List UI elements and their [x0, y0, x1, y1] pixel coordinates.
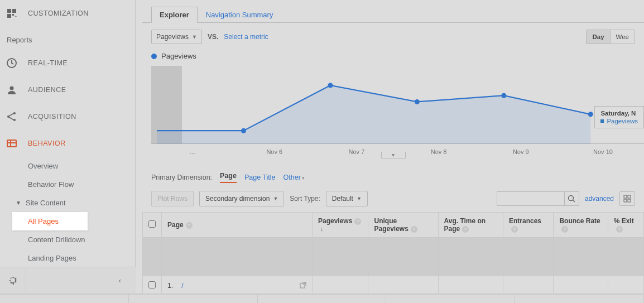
nav-audience[interactable]: AUDIENCE [0, 76, 135, 103]
sub-behavior-flow[interactable]: Behavior Flow [28, 175, 135, 194]
x-axis-label: Nov 8 [398, 148, 480, 155]
dashboard-icon: + [6, 7, 18, 20]
chart-controls: Pageviews ▼ VS. Select a metric Day Wee [142, 23, 644, 51]
collapse-sidebar-button[interactable]: ‹ [112, 276, 128, 285]
grid-icon [623, 195, 631, 203]
behavior-submenu: Overview Behavior Flow [0, 157, 135, 194]
svg-point-17 [501, 93, 506, 98]
header-bounce-rate[interactable]: Bounce Rate? [554, 213, 608, 238]
legend-label: Pageviews [161, 52, 196, 60]
nav-customization[interactable]: + CUSTOMIZATION [0, 0, 135, 27]
secondary-dimension-dropdown[interactable]: Secondary dimension ▼ [199, 191, 284, 206]
help-icon: ? [411, 226, 417, 233]
dimension-other[interactable]: Other [283, 174, 305, 181]
svg-point-19 [569, 196, 574, 201]
svg-rect-1 [12, 9, 16, 13]
help-icon: ? [561, 226, 568, 233]
select-all-checkbox[interactable] [148, 220, 156, 228]
sub-all-pages[interactable]: All Pages [12, 212, 88, 230]
tab-explorer[interactable]: Explorer [151, 7, 198, 23]
chevron-left-icon: ‹ [119, 276, 121, 285]
sub-overview[interactable]: Overview [28, 157, 135, 175]
help-icon: ? [186, 222, 193, 229]
table-search [497, 191, 579, 206]
caret-down-icon: ▼ [357, 196, 362, 201]
search-button[interactable] [564, 192, 579, 205]
chevron-down-icon: ▾ [392, 152, 395, 158]
help-icon: ? [462, 226, 469, 233]
help-icon: ? [511, 226, 518, 233]
timeframe-toggle: Day Wee [586, 30, 635, 44]
row-page-link[interactable]: / [181, 282, 183, 290]
svg-rect-23 [624, 199, 627, 202]
chart: …Nov 6Nov 7Nov 8Nov 9Nov 10 [151, 66, 644, 161]
sub-site-content[interactable]: ▼ Site Content [0, 194, 135, 212]
sub-site-content-label: Site Content [26, 199, 66, 207]
admin-button[interactable] [0, 267, 26, 294]
sort-type-value: Default [332, 195, 353, 203]
sub-landing-pages[interactable]: Landing Pages [28, 249, 135, 267]
svg-line-20 [573, 200, 575, 203]
caret-down-icon: ▼ [16, 200, 26, 206]
nav-behavior-label: BEHAVIOR [28, 140, 66, 147]
search-icon [568, 195, 575, 203]
row-checkbox[interactable] [148, 281, 156, 288]
svg-text:+: + [15, 14, 17, 18]
bottom-strip [0, 293, 644, 303]
tooltip-metric: Pageviews [607, 118, 638, 124]
x-axis-label: Nov 9 [480, 148, 562, 155]
nav-audience-label: AUDIENCE [28, 86, 66, 94]
nav-realtime[interactable]: REAL-TIME [0, 50, 135, 76]
metric-label: Pageviews [156, 33, 189, 41]
tooltip-title: Saturday, N [600, 110, 638, 117]
svg-rect-21 [624, 195, 627, 198]
header-entrances[interactable]: Entrances? [503, 213, 554, 238]
nav-realtime-label: REAL-TIME [28, 59, 68, 67]
advanced-filter-link[interactable]: advanced [585, 195, 614, 203]
tab-navigation-summary[interactable]: Navigation Summary [198, 7, 282, 23]
svg-point-18 [588, 112, 593, 117]
svg-rect-0 [7, 9, 11, 13]
nav-behavior[interactable]: BEHAVIOR [0, 130, 135, 157]
header-avg-time[interactable]: Avg. Time on Page? [438, 213, 503, 238]
row-index: 1. [167, 282, 180, 290]
help-icon: ? [354, 218, 361, 225]
sub-content-drilldown[interactable]: Content Drilldown [28, 230, 135, 249]
help-icon: ? [616, 226, 623, 233]
primary-dimension-label: Primary Dimension: [151, 174, 212, 181]
x-axis-label: Nov 10 [562, 148, 644, 155]
timeframe-day[interactable]: Day [587, 30, 609, 44]
share-icon [6, 110, 18, 123]
sort-type-label: Sort Type: [290, 195, 320, 203]
table-toolbar: Plot Rows Secondary dimension ▼ Sort Typ… [142, 187, 644, 212]
sort-type-dropdown[interactable]: Default ▼ [326, 191, 368, 206]
person-icon [6, 84, 18, 96]
sort-down-icon: ↓ [320, 225, 324, 232]
report-tabs: Explorer Navigation Summary [142, 0, 644, 23]
header-page[interactable]: Page? [162, 213, 313, 238]
dimension-page[interactable]: Page [220, 172, 237, 183]
data-table: Page? Pageviews?↓ Unique Pageviews? Avg.… [142, 212, 644, 296]
svg-point-14 [241, 128, 246, 133]
svg-rect-22 [628, 195, 631, 198]
open-link-icon[interactable] [300, 282, 306, 290]
nav-acquisition-label: ACQUISITION [28, 113, 76, 121]
sidebar-footer: ‹ [0, 267, 136, 293]
gear-icon [7, 275, 18, 286]
nav-acquisition[interactable]: ACQUISITION [0, 103, 135, 130]
dimension-page-title[interactable]: Page Title [244, 174, 276, 181]
legend-dot-icon [151, 54, 157, 59]
chart-expand-handle[interactable]: ▾ [381, 152, 406, 158]
x-axis-label: Nov 6 [233, 148, 315, 155]
chart-legend: Pageviews [142, 51, 644, 66]
metric-dropdown[interactable]: Pageviews ▼ [151, 30, 202, 44]
svg-point-6 [10, 86, 14, 90]
table-summary-row [143, 238, 644, 276]
timeframe-week[interactable]: Wee [610, 30, 635, 44]
header-exit[interactable]: % Exit? [608, 213, 643, 238]
search-input[interactable] [497, 192, 564, 205]
header-pageviews[interactable]: Pageviews?↓ [313, 213, 368, 238]
view-toggle-button[interactable] [619, 191, 635, 206]
header-unique-pageviews[interactable]: Unique Pageviews? [368, 213, 438, 238]
select-metric-link[interactable]: Select a metric [224, 33, 268, 41]
